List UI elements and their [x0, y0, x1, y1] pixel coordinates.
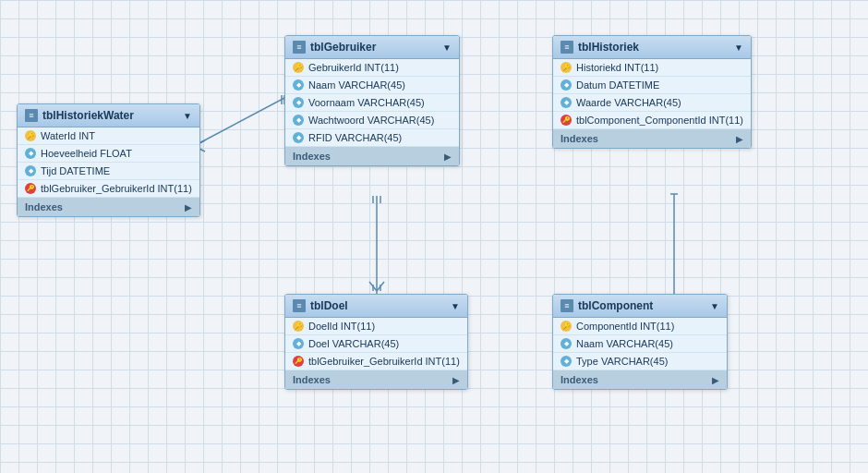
- table-header[interactable]: tblGebruiker▼: [285, 36, 459, 59]
- dropdown-arrow-icon[interactable]: ▼: [183, 111, 192, 121]
- fk-icon: [25, 183, 36, 194]
- diamond-icon: [293, 115, 304, 126]
- field-row: Type VARCHAR(45): [553, 353, 727, 370]
- field-row: Tijd DATETIME: [18, 163, 199, 180]
- diamond-icon: [561, 97, 572, 108]
- field-row: tblGebruiker_GebruikerId INT(11): [285, 353, 467, 370]
- diamond-icon: [561, 338, 572, 349]
- field-text: tblComponent_ComponentId INT(11): [576, 115, 743, 126]
- table-title: tblHistoriekWater: [42, 109, 134, 122]
- dropdown-arrow-icon[interactable]: ▼: [451, 301, 460, 311]
- field-text: GebruikerId INT(11): [308, 62, 399, 73]
- field-text: Type VARCHAR(45): [576, 356, 668, 367]
- field-text: ComponentId INT(11): [576, 321, 674, 332]
- table-tblgebruiker: tblGebruiker▼GebruikerId INT(11)Naam VAR…: [284, 35, 460, 166]
- table-header[interactable]: tblDoel▼: [285, 295, 467, 318]
- key-icon: [25, 130, 36, 141]
- indexes-expand-icon[interactable]: ▶: [185, 202, 192, 212]
- field-row: ComponentId INT(11): [553, 318, 727, 335]
- field-row: Hoeveelheid FLOAT: [18, 145, 199, 163]
- indexes-section[interactable]: Indexes▶: [285, 370, 467, 389]
- indexes-section[interactable]: Indexes▶: [285, 147, 459, 165]
- key-icon: [561, 321, 572, 332]
- diamond-icon: [25, 165, 36, 176]
- field-text: Tijd DATETIME: [41, 165, 110, 176]
- field-row: tblGebruiker_GebruikerId INT(11): [18, 180, 199, 198]
- table-header[interactable]: tblHistoriek▼: [553, 36, 751, 59]
- field-row: Doel VARCHAR(45): [285, 335, 467, 353]
- table-fields: GebruikerId INT(11)Naam VARCHAR(45)Voorn…: [285, 59, 459, 147]
- field-text: WaterId INT: [41, 130, 95, 141]
- indexes-label: Indexes: [293, 374, 331, 385]
- field-text: Voornaam VARCHAR(45): [308, 97, 425, 108]
- table-grid-icon: [561, 299, 573, 312]
- indexes-section[interactable]: Indexes▶: [553, 370, 727, 389]
- diamond-icon: [293, 338, 304, 349]
- table-grid-icon: [293, 299, 306, 312]
- table-header[interactable]: tblComponent▼: [553, 295, 727, 318]
- field-row: DoelId INT(11): [285, 318, 467, 335]
- field-row: WaterId INT: [18, 127, 199, 145]
- field-text: DoelId INT(11): [308, 321, 375, 332]
- indexes-section[interactable]: Indexes▶: [18, 198, 199, 216]
- indexes-expand-icon[interactable]: ▶: [452, 375, 460, 385]
- table-title: tblGebruiker: [310, 41, 376, 54]
- field-row: Waarde VARCHAR(45): [553, 94, 751, 112]
- table-fields: WaterId INTHoeveelheid FLOATTijd DATETIM…: [18, 127, 199, 198]
- field-text: tblGebruiker_GebruikerId INT(11): [41, 183, 192, 194]
- field-row: Naam VARCHAR(45): [285, 77, 459, 94]
- dropdown-arrow-icon[interactable]: ▼: [710, 301, 719, 311]
- key-icon: [293, 321, 304, 332]
- svg-line-9: [377, 282, 384, 291]
- field-row: tblComponent_ComponentId INT(11): [553, 112, 751, 129]
- svg-line-0: [194, 97, 286, 146]
- field-text: Hoeveelheid FLOAT: [41, 148, 132, 159]
- dropdown-arrow-icon[interactable]: ▼: [734, 42, 743, 53]
- table-title: tblDoel: [310, 299, 348, 312]
- table-tblcomponent: tblComponent▼ComponentId INT(11)Naam VAR…: [552, 294, 728, 390]
- table-grid-icon: [561, 41, 573, 54]
- table-fields: DoelId INT(11)Doel VARCHAR(45)tblGebruik…: [285, 318, 467, 370]
- indexes-label: Indexes: [25, 201, 63, 212]
- field-text: Waarde VARCHAR(45): [576, 97, 681, 108]
- diamond-icon: [293, 132, 304, 143]
- field-text: Naam VARCHAR(45): [308, 79, 405, 91]
- indexes-label: Indexes: [293, 151, 331, 162]
- diamond-icon: [293, 97, 304, 108]
- svg-line-8: [369, 282, 377, 291]
- field-row: Wachtwoord VARCHAR(45): [285, 112, 459, 129]
- field-text: RFID VARCHAR(45): [308, 132, 402, 143]
- table-tblhistoriekwater: tblHistoriekWater▼WaterId INTHoeveelheid…: [17, 103, 200, 217]
- diamond-icon: [561, 79, 572, 91]
- field-text: Naam VARCHAR(45): [576, 338, 673, 349]
- table-tbldoel: tblDoel▼DoelId INT(11)Doel VARCHAR(45)tb…: [284, 294, 468, 390]
- table-fields: Historiekd INT(11)Datum DATETIMEWaarde V…: [553, 59, 751, 129]
- fk-icon: [561, 115, 572, 126]
- table-header[interactable]: tblHistoriekWater▼: [18, 104, 199, 127]
- table-fields: ComponentId INT(11)Naam VARCHAR(45)Type …: [553, 318, 727, 370]
- field-text: Doel VARCHAR(45): [308, 338, 399, 349]
- key-icon: [561, 62, 572, 73]
- indexes-expand-icon[interactable]: ▶: [712, 375, 719, 385]
- indexes-label: Indexes: [561, 374, 598, 385]
- field-text: Historiekd INT(11): [576, 62, 658, 73]
- diamond-icon: [25, 148, 36, 159]
- indexes-label: Indexes: [561, 133, 598, 144]
- indexes-section[interactable]: Indexes▶: [553, 129, 751, 148]
- table-grid-icon: [25, 109, 38, 122]
- diamond-icon: [561, 356, 572, 367]
- field-row: Historiekd INT(11): [553, 59, 751, 77]
- table-title: tblComponent: [578, 299, 653, 312]
- table-title: tblHistoriek: [578, 41, 639, 54]
- key-icon: [293, 62, 304, 73]
- field-row: Voornaam VARCHAR(45): [285, 94, 459, 112]
- table-tblhistoriek: tblHistoriek▼Historiekd INT(11)Datum DAT…: [552, 35, 752, 149]
- field-text: Wachtwoord VARCHAR(45): [308, 115, 434, 126]
- dropdown-arrow-icon[interactable]: ▼: [442, 42, 452, 53]
- table-grid-icon: [293, 41, 306, 54]
- field-text: tblGebruiker_GebruikerId INT(11): [308, 356, 460, 367]
- indexes-expand-icon[interactable]: ▶: [736, 134, 743, 144]
- field-text: Datum DATETIME: [576, 79, 659, 91]
- field-row: RFID VARCHAR(45): [285, 129, 459, 147]
- indexes-expand-icon[interactable]: ▶: [444, 152, 452, 162]
